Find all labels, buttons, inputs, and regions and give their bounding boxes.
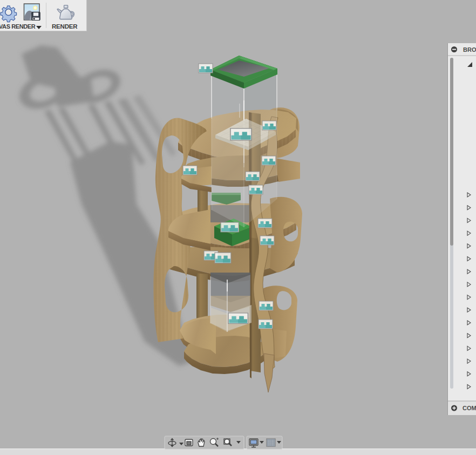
svg-text:VAS RENDER: VAS RENDER: [0, 23, 36, 30]
svg-text:BROW: BROW: [463, 46, 476, 53]
svg-text:COM: COM: [463, 405, 476, 411]
svg-text:RENDER: RENDER: [52, 23, 78, 30]
